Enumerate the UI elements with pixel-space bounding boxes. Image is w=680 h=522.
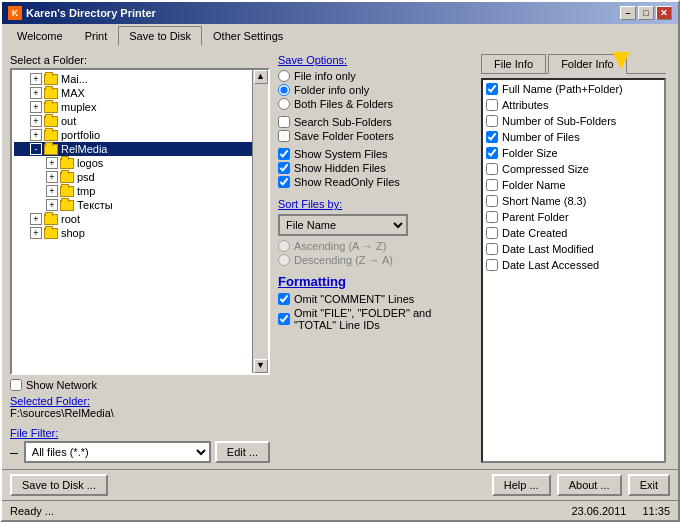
folder-tree[interactable]: + Mai... + MAX + [10, 68, 270, 375]
scroll-down[interactable]: ▼ [254, 359, 268, 373]
tab-other-settings[interactable]: Other Settings [202, 26, 294, 46]
tree-item[interactable]: + Mai... [14, 72, 266, 86]
folder-icon [44, 130, 58, 141]
expander-icon[interactable]: + [46, 171, 58, 183]
scrollbar[interactable]: ▲ ▼ [252, 70, 268, 373]
show-readonly-label: Show ReadOnly Files [294, 176, 400, 188]
date-created-label: Date Created [502, 227, 567, 239]
tree-item-label: logos [77, 157, 103, 169]
radio-folder-info-input[interactable] [278, 84, 290, 96]
num-files-checkbox[interactable] [486, 131, 498, 143]
expander-icon[interactable]: + [46, 199, 58, 211]
parent-folder-checkbox[interactable] [486, 211, 498, 223]
tree-item-label: MAX [61, 87, 85, 99]
scroll-up[interactable]: ▲ [254, 70, 268, 84]
tab-print[interactable]: Print [74, 26, 119, 46]
radio-both: Both Files & Folders [278, 98, 473, 110]
folder-name-checkbox[interactable] [486, 179, 498, 191]
full-name-checkbox[interactable] [486, 83, 498, 95]
radio-both-input[interactable] [278, 98, 290, 110]
show-hidden-checkbox[interactable] [278, 162, 290, 174]
show-readonly-checkbox[interactable] [278, 176, 290, 188]
expander-icon[interactable]: + [30, 73, 42, 85]
expander-icon[interactable]: + [30, 213, 42, 225]
formatting-label: Formatting [278, 274, 473, 289]
sort-row: File Name [278, 214, 473, 236]
about-button[interactable]: About ... [557, 474, 622, 496]
expander-icon[interactable]: + [30, 101, 42, 113]
compressed-size-checkbox[interactable] [486, 163, 498, 175]
tree-item-label: out [61, 115, 76, 127]
tree-item[interactable]: + shop [14, 226, 266, 240]
status-bar: Ready ... 23.06.2011 11:35 [2, 500, 678, 520]
minimize-button[interactable]: – [620, 6, 636, 20]
folder-icon [60, 186, 74, 197]
radio-folder-info: Folder info only [278, 84, 473, 96]
date-last-modified-checkbox[interactable] [486, 243, 498, 255]
main-area: Select a Folder: + Mai... + [10, 54, 670, 463]
tree-item[interactable]: + root [14, 212, 266, 226]
omit-file-checkbox[interactable] [278, 313, 290, 325]
expander-icon[interactable]: + [30, 129, 42, 141]
date-last-accessed-checkbox[interactable] [486, 259, 498, 271]
tree-item[interactable]: + Тексты [14, 198, 266, 212]
omit-file-label: Omit "FILE", "FOLDER" and "TOTAL" Line I… [294, 307, 473, 331]
expander-icon[interactable]: + [46, 185, 58, 197]
search-subfolders-checkbox[interactable] [278, 116, 290, 128]
sort-ascending-label: Ascending (A → Z) [294, 240, 386, 252]
main-window: K Karen's Directory Printer – □ ✕ Welcom… [0, 0, 680, 522]
expander-icon[interactable]: + [30, 227, 42, 239]
expander-icon[interactable]: + [46, 157, 58, 169]
show-system-checkbox[interactable] [278, 148, 290, 160]
expander-icon[interactable]: + [30, 115, 42, 127]
folder-size-checkbox[interactable] [486, 147, 498, 159]
status-text: Ready ... [10, 505, 54, 517]
tree-item[interactable]: + tmp [14, 184, 266, 198]
date-created-checkbox[interactable] [486, 227, 498, 239]
tree-item[interactable]: + MAX [14, 86, 266, 100]
close-button[interactable]: ✕ [656, 6, 672, 20]
tree-scroll[interactable]: + Mai... + MAX + [12, 70, 268, 373]
help-button[interactable]: Help ... [492, 474, 551, 496]
show-network-checkbox[interactable] [10, 379, 22, 391]
bottom-bar: Save to Disk ... Help ... About ... Exit [2, 469, 678, 500]
tree-item-label: shop [61, 227, 85, 239]
attributes-checkbox[interactable] [486, 99, 498, 111]
selected-folder-label: Selected Folder: [10, 395, 270, 407]
tree-item[interactable]: + psd [14, 170, 266, 184]
sort-select[interactable]: File Name [278, 214, 408, 236]
maximize-button[interactable]: □ [638, 6, 654, 20]
date-last-modified-row: Date Last Modified [486, 243, 661, 255]
file-info-tab[interactable]: File Info [481, 54, 546, 73]
sort-descending-radio[interactable] [278, 254, 290, 266]
exit-button[interactable]: Exit [628, 474, 670, 496]
save-folder-footers-checkbox[interactable] [278, 130, 290, 142]
expander-icon[interactable]: - [30, 143, 42, 155]
omit-comment-checkbox[interactable] [278, 293, 290, 305]
radio-file-info-input[interactable] [278, 70, 290, 82]
edit-button[interactable]: Edit ... [215, 441, 270, 463]
tab-welcome[interactable]: Welcome [6, 26, 74, 46]
folder-icon [44, 116, 58, 127]
tree-item[interactable]: + muplex [14, 100, 266, 114]
sort-ascending-radio[interactable] [278, 240, 290, 252]
expander-icon[interactable]: + [30, 87, 42, 99]
tree-item-label: tmp [77, 185, 95, 197]
yellow-arrow-icon: ▼ [606, 44, 636, 74]
tab-save-to-disk[interactable]: Save to Disk [118, 26, 202, 46]
num-subfolders-checkbox[interactable] [486, 115, 498, 127]
tree-item[interactable]: + portfolio [14, 128, 266, 142]
show-readonly-row: Show ReadOnly Files [278, 176, 473, 188]
tree-item-label: muplex [61, 101, 96, 113]
tree-item[interactable]: + logos [14, 156, 266, 170]
save-folder-footers-label: Save Folder Footers [294, 130, 394, 142]
save-to-disk-button[interactable]: Save to Disk ... [10, 474, 108, 496]
menu-bar: Welcome Print Save to Disk Other Setting… [2, 24, 678, 48]
short-name-label: Short Name (8.3) [502, 195, 586, 207]
radio-group: File info only Folder info only Both Fil… [278, 70, 473, 110]
tree-item-selected[interactable]: - RelMedia [14, 142, 266, 156]
date-last-modified-label: Date Last Modified [502, 243, 594, 255]
tree-item[interactable]: + out [14, 114, 266, 128]
file-filter-select[interactable]: All files (*.*) [24, 441, 211, 463]
short-name-checkbox[interactable] [486, 195, 498, 207]
